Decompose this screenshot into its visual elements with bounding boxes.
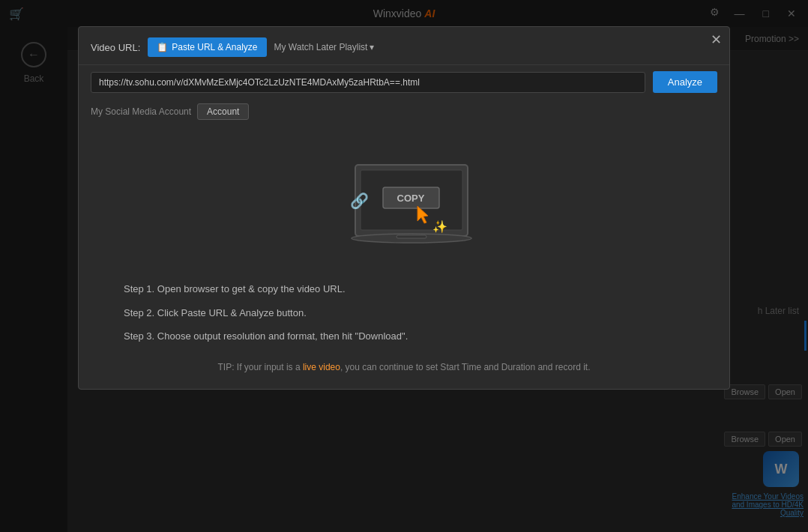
svg-rect-8 — [397, 235, 426, 238]
illustration-area: COPY 🔗 ✨ — [79, 127, 729, 282]
tip-suffix: , you can continue to set Start Time and… — [340, 362, 591, 372]
dialog-close-button[interactable]: ✕ — [711, 33, 722, 46]
laptop-illustration: COPY 🔗 ✨ — [322, 142, 486, 262]
paste-icon: 📋 — [157, 42, 168, 52]
watch-later-playlist-link[interactable]: My Watch Later Playlist ▾ — [274, 42, 375, 52]
steps-area: Step 1. Open browser to get & copy the v… — [79, 282, 729, 344]
analyze-button[interactable]: Analyze — [653, 71, 717, 93]
dropdown-icon: ▾ — [370, 42, 374, 52]
dialog: ✕ Video URL: 📋 Paste URL & Analyze My Wa… — [78, 26, 730, 390]
url-input[interactable] — [91, 72, 645, 93]
svg-text:COPY: COPY — [397, 193, 425, 204]
step-2-text: Step 2. Click Paste URL & Analyze button… — [124, 306, 684, 321]
video-url-label: Video URL: — [91, 42, 140, 53]
video-url-row: Video URL: 📋 Paste URL & Analyze My Watc… — [79, 27, 729, 65]
tip-live-word: live video — [303, 362, 340, 372]
watch-later-text: My Watch Later Playlist — [274, 42, 368, 52]
modal-overlay: ✕ Video URL: 📋 Paste URL & Analyze My Wa… — [0, 0, 808, 532]
social-media-label: My Social Media Account — [91, 106, 191, 117]
account-button[interactable]: Account — [197, 103, 249, 120]
step-3-text: Step 3. Choose output resolution and for… — [124, 329, 684, 344]
step-1-text: Step 1. Open browser to get & copy the v… — [124, 282, 684, 297]
svg-text:🔗: 🔗 — [350, 192, 369, 210]
tip-text: TIP: If your input is a live video, you … — [79, 353, 729, 389]
paste-analyze-label: Paste URL & Analyze — [172, 42, 257, 52]
social-media-row: My Social Media Account Account — [79, 99, 729, 127]
tip-prefix: TIP: If your input is a — [218, 362, 303, 372]
paste-analyze-button[interactable]: 📋 Paste URL & Analyze — [148, 37, 266, 57]
svg-text:✨: ✨ — [432, 220, 447, 234]
url-input-row: Analyze — [79, 65, 729, 99]
